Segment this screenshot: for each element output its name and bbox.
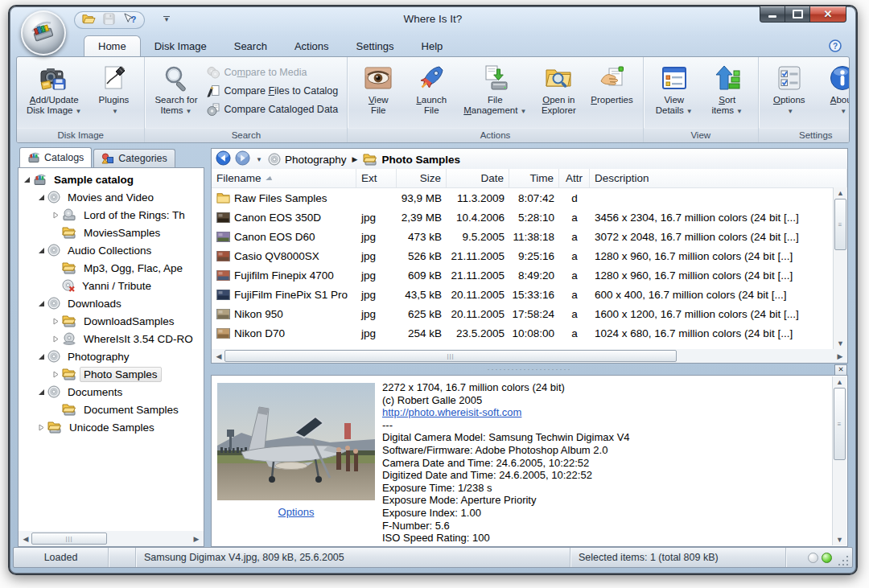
file-row-casio-qv8000sx[interactable]: Casio QV8000SXjpg526 kB21.11.20059:25:16… <box>212 246 847 265</box>
tree-item-document-samples[interactable]: Document Samples <box>19 401 204 418</box>
ribbon-button-compare-cataloged-data[interactable]: Compare Cataloged Data <box>207 103 339 116</box>
maximize-button[interactable] <box>785 6 810 23</box>
sidebar-tab-categories[interactable]: Categories <box>93 149 175 167</box>
column-header-size[interactable]: Size <box>397 169 447 187</box>
file-row-fujifilm-finepix-4700[interactable]: Fujifilm Finepix 4700jpg609 kB21.11.2005… <box>212 265 847 285</box>
preview-splitter[interactable]: ····················· ✕ <box>211 364 848 375</box>
ribbon-button-file-management[interactable]: FileManagement▼ <box>458 60 532 128</box>
ribbon-button-view-file[interactable]: ViewFile <box>352 60 405 128</box>
minimize-button[interactable] <box>760 6 785 23</box>
ribbon-tab-help[interactable]: Help <box>408 36 457 56</box>
tree-item-sample-catalog[interactable]: Sample catalog <box>19 171 204 188</box>
search-icon <box>163 64 190 93</box>
tree-item-moviessamples[interactable]: MoviesSamples <box>19 224 204 241</box>
ribbon-tab-settings[interactable]: Settings <box>343 36 408 56</box>
tree-expander-icon[interactable] <box>22 176 32 183</box>
ribbon-button-add-update-disk-image[interactable]: Add/UpdateDisk Image▼ <box>21 60 87 128</box>
tree-expander-icon[interactable] <box>36 389 47 396</box>
ribbon-button-search-for-items[interactable]: Search forItems▼ <box>149 60 203 128</box>
column-header-description[interactable]: Description <box>590 169 847 187</box>
ribbon-button-about[interactable]: About▼ <box>816 60 850 128</box>
file-row-nikon-d70[interactable]: Nikon D70jpg254 kB23.5.200510:08:00a1024… <box>212 323 847 343</box>
tree-item-movies-and-video[interactable]: Movies and Video <box>19 188 204 206</box>
column-header-date[interactable]: Date <box>447 169 509 187</box>
preview-vertical-scrollbar[interactable]: ▲ ≡ ▼ <box>832 376 846 545</box>
column-header-filename[interactable]: Filename <box>212 169 356 187</box>
tree-item-documents[interactable]: Documents <box>19 383 204 401</box>
tree-item-photography[interactable]: Photography <box>19 347 204 365</box>
scroll-right-icon[interactable]: ▶ <box>191 535 202 543</box>
file-list-vertical-scrollbar[interactable]: ▲ ≡ ▼ <box>833 187 847 349</box>
ribbon-button-properties[interactable]: Properties <box>585 60 638 128</box>
preview-close-icon[interactable]: ✕ <box>834 364 847 376</box>
scroll-right-icon[interactable]: ▶ <box>834 352 846 360</box>
scrollbar-thumb[interactable]: ||| <box>224 350 677 362</box>
close-button[interactable]: ✕ <box>809 6 846 23</box>
scroll-left-icon[interactable]: ◀ <box>20 535 31 543</box>
column-header-attr[interactable]: Attr <box>559 169 590 187</box>
breadcrumb-history-icon[interactable]: ▼ <box>256 156 262 163</box>
dropdown-arrow-icon: ▼ <box>520 108 526 115</box>
tree-item-whereisit-3-54-cd-ro[interactable]: WhereIsIt 3.54 CD-RO <box>19 330 204 347</box>
ribbon-tab-actions[interactable]: Actions <box>281 36 343 56</box>
file-list-horizontal-scrollbar[interactable]: ◀ ||| ▶ <box>211 349 848 364</box>
resize-grip-icon[interactable] <box>838 554 850 565</box>
file-row-raw-files-samples[interactable]: Raw Files Samples93,9 MB11.3.20098:07:42… <box>212 188 847 208</box>
scroll-down-icon[interactable]: ▼ <box>834 536 846 544</box>
sidebar-tab-catalogs[interactable]: Catalogs <box>19 147 92 167</box>
tree-expander-icon[interactable] <box>36 353 47 360</box>
ribbon-button-sort-items[interactable]: Sortitems▼ <box>701 60 754 128</box>
column-header-ext[interactable]: Ext <box>356 169 397 187</box>
ribbon-group-actions: ViewFileLaunchFileFileManagement▼Open in… <box>348 57 643 142</box>
scrollbar-thumb[interactable]: ||| <box>31 532 107 545</box>
options-link[interactable]: Options <box>217 506 375 518</box>
scroll-up-icon[interactable]: ▲ <box>834 378 846 386</box>
scroll-down-icon[interactable]: ▼ <box>835 339 846 347</box>
ribbon-button-plugins[interactable]: Plugins▼ <box>87 60 140 128</box>
tree-item-yanni-tribute[interactable]: Yanni / Tribute <box>19 277 204 294</box>
help-circle-icon[interactable]: ? <box>829 39 842 52</box>
file-row-fujifilm-finepix-s1-pro[interactable]: FujiFilm FinePix S1 Projpg43,5 kB20.11.2… <box>212 285 847 304</box>
ribbon-button-options[interactable]: Options▼ <box>763 60 816 128</box>
back-icon[interactable] <box>216 150 231 168</box>
column-header-time[interactable]: Time <box>509 169 559 187</box>
forward-icon[interactable] <box>235 150 250 168</box>
sidebar-horizontal-scrollbar[interactable]: ◀ ||| ▶ <box>18 531 204 547</box>
ribbon-button-view-details[interactable]: ViewDetails▼ <box>648 60 701 128</box>
ribbon-button-compare-files-to-catalog[interactable]: Compare Files to Catalog <box>207 84 339 97</box>
app-menu-button[interactable] <box>21 10 66 56</box>
tree-item-photo-samples[interactable]: Photo Samples <box>19 365 204 383</box>
ribbon-button-open-in-explorer[interactable]: Open inExplorer <box>532 60 585 128</box>
scroll-up-icon[interactable]: ▲ <box>835 189 846 197</box>
tree-item-mp3-ogg-flac-ape[interactable]: Mp3, Ogg, Flac, Ape <box>19 259 204 277</box>
scroll-left-icon[interactable]: ◀ <box>213 352 224 360</box>
tree-item-audio-collections[interactable]: Audio Collections <box>19 241 204 259</box>
ribbon-tab-home[interactable]: Home <box>84 35 141 56</box>
tree-item-downloads[interactable]: Downloads <box>19 294 204 312</box>
file-row-canon-eos-d60[interactable]: Canon EOS D60jpg473 kB9.5.200511:38:18a3… <box>212 227 847 246</box>
tree-expander-icon[interactable] <box>51 212 61 219</box>
scrollbar-thumb[interactable]: ≡ <box>834 199 846 250</box>
tree-expander-icon[interactable] <box>36 300 47 307</box>
tree-expander-icon[interactable] <box>36 194 47 201</box>
scrollbar-thumb[interactable]: ≡ <box>834 388 846 460</box>
exif-link[interactable]: http://photo.whereisit-soft.com <box>382 406 828 419</box>
breadcrumb-item-photo-samples[interactable]: Photo Samples <box>363 153 460 166</box>
tree-item-downloadsamples[interactable]: DownloadSamples <box>19 312 204 330</box>
folder-drive-icon <box>47 421 62 434</box>
ribbon-tab-disk-image[interactable]: Disk Image <box>141 36 220 56</box>
breadcrumb-item-photography[interactable]: Photography <box>268 153 347 166</box>
disc-x-icon <box>62 279 75 292</box>
tree-expander-icon[interactable] <box>36 424 47 431</box>
tree-expander-icon[interactable] <box>36 247 47 254</box>
exif-line: --- <box>382 419 828 432</box>
tree-item-unicode-samples[interactable]: Unicode Samples <box>19 418 204 436</box>
tree-expander-icon[interactable] <box>51 335 61 343</box>
tree-expander-icon[interactable] <box>51 371 61 378</box>
tree-item-lord-of-the-rings-th[interactable]: Lord of the Rings: Th <box>19 206 204 224</box>
tree-expander-icon[interactable] <box>51 318 61 325</box>
file-row-canon-eos-350d[interactable]: Canon EOS 350Djpg2,39 MB10.4.20065:28:10… <box>212 208 847 227</box>
ribbon-button-launch-file[interactable]: LaunchFile <box>405 60 458 128</box>
file-row-nikon-950[interactable]: Nikon 950jpg625 kB20.11.200517:58:24a160… <box>212 304 847 323</box>
ribbon-tab-search[interactable]: Search <box>220 36 281 56</box>
